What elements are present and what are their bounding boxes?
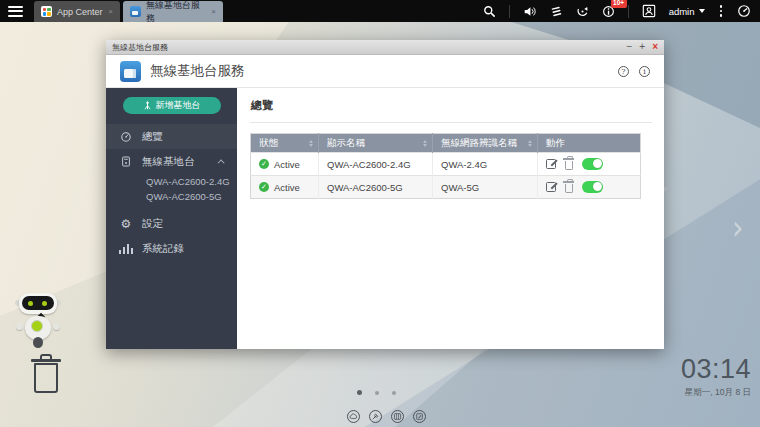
column-header-action: 動作 (538, 134, 641, 153)
tab-app-center[interactable]: App Center × (34, 1, 120, 22)
app-header: 無線基地台服務 ? i (106, 55, 664, 88)
sidebar-item-access-points[interactable]: 無線基地台 (106, 149, 237, 174)
tools-icon[interactable] (369, 410, 382, 423)
sidebar-item-label: 設定 (142, 217, 163, 231)
add-access-point-button[interactable]: 新增基地台 (123, 97, 221, 114)
background-tasks-icon[interactable] (550, 5, 563, 18)
table-header-row: 狀態 顯示名稱 無線網路辨識名稱 (251, 134, 641, 153)
sidebar: 新增基地台 總覽 無線基地台 QWA-AC2600-2.4G (106, 88, 237, 349)
top-bar: App Center × 無線基地台服務 × 10+ (0, 0, 760, 22)
close-tab-icon[interactable]: × (211, 8, 216, 16)
sidebar-item-overview[interactable]: 總覽 (106, 124, 237, 149)
enable-toggle-5g[interactable] (582, 181, 603, 193)
bar-chart-icon (119, 244, 133, 254)
column-header-display-name[interactable]: 顯示名稱 (319, 134, 433, 153)
divider (628, 5, 629, 18)
page-dot[interactable] (375, 391, 379, 395)
desktop-dock (347, 410, 426, 423)
overview-icon (119, 131, 133, 143)
edit-icon[interactable] (546, 159, 556, 169)
access-point-icon (119, 155, 133, 168)
add-button-label: 新增基地台 (156, 99, 201, 112)
main-content: 總覽 狀態 顯示名稱 (237, 88, 664, 349)
user-icon[interactable] (642, 4, 656, 18)
wireless-ap-icon (130, 6, 141, 17)
ssid-cell: QWA-2.4G (433, 153, 538, 176)
status-text: Active (274, 159, 300, 170)
desktop-page-indicator (357, 390, 396, 395)
qbot-mascot[interactable] (15, 291, 61, 351)
delete-icon[interactable] (565, 184, 573, 193)
close-button[interactable]: × (652, 42, 658, 52)
gear-icon: ⚙ (119, 218, 133, 230)
app-center-icon (41, 6, 52, 17)
page-dot[interactable] (392, 391, 396, 395)
minimize-button[interactable]: − (626, 42, 632, 52)
tab-wireless-ap-service[interactable]: 無線基地台服務 × (123, 1, 223, 22)
next-desktop-arrow[interactable]: › (732, 207, 744, 247)
sidebar-item-system-logs[interactable]: 系統記錄 (106, 236, 237, 261)
clock-time: 03:14 (681, 355, 751, 385)
app-window: 無線基地台服務 − + × 無線基地台服務 ? i 新增基地台 (106, 40, 664, 349)
divider (509, 5, 510, 18)
chevron-down-icon (699, 9, 705, 13)
antenna-plus-icon (143, 101, 152, 110)
sidebar-item-label: 總覽 (142, 130, 163, 144)
sidebar-item-settings[interactable]: ⚙ 設定 (106, 211, 237, 236)
page-dot-active[interactable] (357, 390, 362, 395)
chevron-up-icon[interactable] (218, 159, 225, 166)
column-header-ssid[interactable]: 無線網路辨識名稱 (433, 134, 538, 153)
notification-badge: 10+ (611, 0, 627, 8)
more-options-icon[interactable] (718, 5, 725, 17)
status-text: Active (274, 182, 300, 193)
window-title: 無線基地台服務 (112, 42, 168, 53)
clock-date: 星期一, 10月 8 日 (681, 387, 751, 399)
resource-monitor-icon[interactable] (737, 4, 751, 18)
status-ok-icon: ✓ (259, 159, 269, 169)
sort-icon[interactable] (309, 140, 313, 148)
sort-icon[interactable] (423, 140, 427, 148)
display-name-cell: QWA-AC2600-5G (319, 176, 433, 199)
table-row[interactable]: ✓ Active QWA-AC2600-5G QWA-5G (251, 176, 641, 199)
window-titlebar[interactable]: 無線基地台服務 − + × (106, 40, 664, 55)
recycle-bin-icon[interactable] (29, 354, 63, 396)
close-tab-icon[interactable]: × (108, 8, 113, 16)
sidebar-item-ap-5g[interactable]: QWA-AC2600-5G (106, 189, 237, 204)
sidebar-item-ap-2g[interactable]: QWA-AC2600-2.4G (106, 174, 237, 189)
delete-icon[interactable] (565, 161, 573, 170)
sidebar-item-label: 無線基地台 (142, 155, 195, 169)
external-device-sync-icon[interactable] (576, 5, 589, 18)
tab-label: 無線基地台服務 (146, 0, 206, 25)
wireless-ap-app-icon (120, 61, 141, 82)
search-icon[interactable] (483, 5, 496, 18)
cloud-icon[interactable] (347, 410, 360, 423)
top-bar-right: 10+ admin (483, 0, 760, 22)
notes-icon[interactable] (413, 410, 426, 423)
window-columns-icon[interactable] (391, 410, 404, 423)
access-points-table: 狀態 顯示名稱 無線網路辨識名稱 (250, 133, 641, 199)
table-row[interactable]: ✓ Active QWA-AC2600-2.4G QWA-2.4G (251, 153, 641, 176)
help-icon[interactable]: ? (618, 66, 629, 77)
tab-label: App Center (57, 7, 103, 17)
desktop-clock: 03:14 星期一, 10月 8 日 (681, 355, 751, 399)
volume-icon[interactable] (523, 5, 537, 18)
main-menu-button[interactable] (0, 0, 30, 22)
status-ok-icon: ✓ (259, 182, 269, 192)
notifications-icon[interactable]: 10+ (602, 5, 615, 18)
ssid-cell: QWA-5G (433, 176, 538, 199)
column-header-status[interactable]: 狀態 (251, 134, 319, 153)
enable-toggle-2g[interactable] (582, 158, 603, 170)
sort-icon[interactable] (528, 140, 532, 148)
sidebar-item-label: 系統記錄 (142, 242, 184, 256)
app-title: 無線基地台服務 (150, 62, 245, 80)
about-icon[interactable]: i (639, 66, 650, 77)
display-name-cell: QWA-AC2600-2.4G (319, 153, 433, 176)
desktop: App Center × 無線基地台服務 × 10+ (0, 0, 760, 427)
edit-icon[interactable] (546, 182, 556, 192)
user-name: admin (669, 6, 695, 17)
page-title: 總覽 (250, 96, 652, 123)
user-menu[interactable]: admin (669, 6, 705, 17)
maximize-button[interactable]: + (639, 42, 645, 52)
